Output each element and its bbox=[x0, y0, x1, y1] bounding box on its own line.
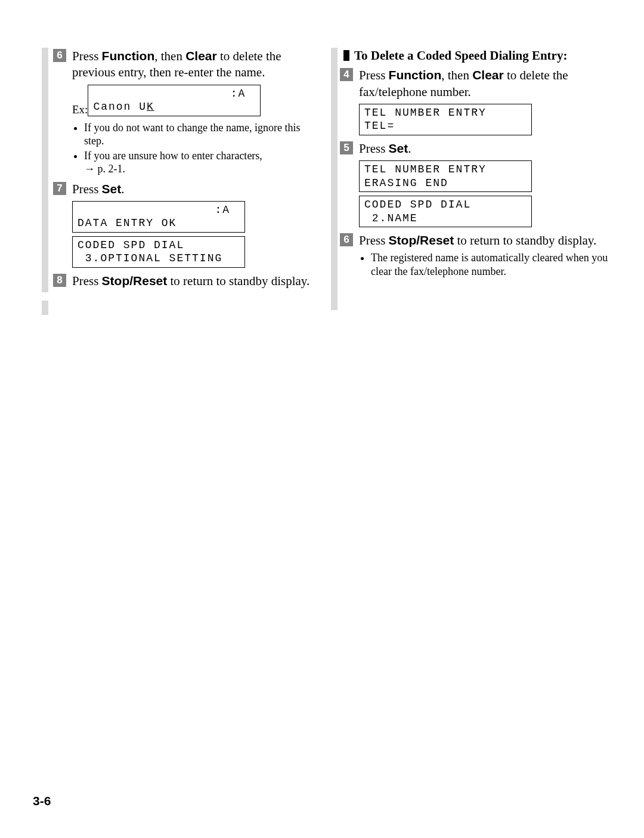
step-4-text: Press Function, then Clear to delete the… bbox=[359, 67, 608, 100]
note-auto-clear: The registered name is automatically cle… bbox=[371, 251, 608, 278]
right-column: To Delete a Coded Speed Dialing Entry: 4… bbox=[331, 48, 608, 315]
lcd-data-entry-ok: :A DATA ENTRY OK bbox=[72, 201, 245, 233]
lcd-erasing-end: TEL NUMBER ENTRY ERASING END bbox=[359, 160, 532, 192]
step-number-7: 7 bbox=[53, 182, 66, 195]
left-column: 6 Press Function, then Clear to delete t… bbox=[42, 48, 319, 315]
step-4: 4 Press Function, then Clear to delete t… bbox=[340, 67, 608, 100]
page-number: 3-6 bbox=[33, 794, 51, 808]
step-number-8: 8 bbox=[53, 274, 66, 287]
step-5: 5 Press Set. bbox=[340, 140, 608, 157]
step-8-text: Press Stop/Reset to return to standby di… bbox=[72, 273, 319, 289]
note-ignore-step: If you do not want to change the name, i… bbox=[84, 121, 319, 148]
right-col-marker bbox=[331, 48, 338, 310]
step-6-notes: If you do not want to change the name, i… bbox=[72, 121, 319, 176]
step-7: 7 Press Set. bbox=[53, 181, 319, 197]
step-8: 8 Press Stop/Reset to return to standby … bbox=[53, 273, 319, 289]
example-lcd-6: Ex: :A Canon UK bbox=[72, 85, 319, 116]
step-number-5: 5 bbox=[340, 141, 353, 154]
lcd-canon-uk: :A Canon UK bbox=[88, 85, 261, 116]
step-number-6-right: 6 bbox=[340, 233, 353, 246]
lcd-tel-number-entry: TEL NUMBER ENTRY TEL= bbox=[359, 104, 532, 135]
heading-bullet-icon bbox=[343, 50, 349, 61]
step-6-right-text: Press Stop/Reset to return to standby di… bbox=[359, 232, 608, 249]
step-5-text: Press Set. bbox=[359, 140, 608, 157]
step-number-4: 4 bbox=[340, 68, 353, 81]
ex-label: Ex: bbox=[72, 103, 88, 116]
step-6-right-notes: The registered name is automatically cle… bbox=[359, 251, 608, 278]
lcd-coded-spd-optional: CODED SPD DIAL 3.OPTIONAL SETTING bbox=[72, 236, 245, 268]
lcd-coded-spd-name: CODED SPD DIAL 2.NAME bbox=[359, 196, 532, 227]
note-enter-characters: If you are unsure how to enter character… bbox=[84, 149, 319, 176]
left-col-marker bbox=[42, 48, 48, 315]
step-6-right: 6 Press Stop/Reset to return to standby … bbox=[340, 232, 608, 249]
delete-coded-heading: To Delete a Coded Speed Dialing Entry: bbox=[340, 48, 608, 63]
two-column-layout: 6 Press Function, then Clear to delete t… bbox=[42, 48, 608, 315]
step-6-text: Press Function, then Clear to delete the… bbox=[72, 48, 319, 81]
step-7-text: Press Set. bbox=[72, 181, 319, 197]
step-number-6: 6 bbox=[53, 49, 66, 62]
step-6: 6 Press Function, then Clear to delete t… bbox=[53, 48, 319, 81]
